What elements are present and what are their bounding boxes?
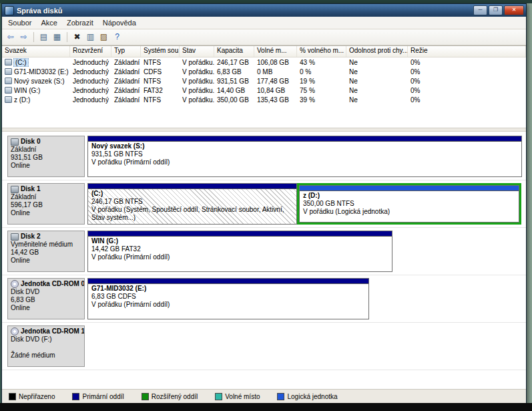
cell-rozvrzeni: Jednoduchý	[70, 57, 111, 67]
cell-stav: V pořádku...	[180, 57, 214, 67]
chart-icon[interactable]: ▨	[98, 31, 109, 43]
cell-odolnost: Ne	[346, 95, 408, 104]
volume-box-g71-mid3032-e[interactable]: G71-MID3032 (E:)6,83 GB CDFSV pořádku (P…	[87, 278, 369, 319]
column-header-re-ie[interactable]: Režie	[408, 46, 526, 57]
menu-n-pov-da[interactable]: Nápověda	[98, 17, 141, 28]
column-header-kapacita[interactable]: Kapacita	[214, 46, 254, 57]
taskbar[interactable]	[0, 403, 532, 411]
volume-box-win-g[interactable]: WIN (G:)14,42 GB FAT32V pořádku (Primárn…	[87, 231, 392, 272]
column-header-odolnost-proti-chy[interactable]: Odolnost proti chy...	[346, 46, 408, 57]
table-row[interactable]: Nový svazek (S:)JednoduchýZákladníNTFSV …	[2, 76, 526, 86]
disk-row-jednotka-cd-rom-0: Jednotka CD-ROM 0Disk DVD6,83 GBOnlineG7…	[2, 275, 526, 323]
volume-name-cell: G71-MID3032 (E:)	[2, 67, 70, 76]
disk-info-line: Disk DVD	[11, 288, 81, 296]
disk-info-box[interactable]: Jednotka CD-ROM 0Disk DVD6,83 GBOnline	[7, 278, 85, 319]
close-button[interactable]: ✕	[504, 5, 524, 15]
disk-volumes: WIN (G:)14,42 GB FAT32V pořádku (Primárn…	[87, 231, 392, 272]
help-icon[interactable]: ?	[111, 31, 123, 43]
toolbar-separator	[67, 32, 67, 42]
cell-volne: 106,08 GB	[254, 57, 297, 67]
disk-info-box[interactable]: Disk 0Základní931,51 GBOnline	[7, 136, 85, 177]
volume-box-nov-svazek-s[interactable]: Nový svazek (S:)931,51 GB NTFSV pořádku …	[87, 136, 522, 177]
titlebar[interactable]: Správa disků ─ ❐ ✕	[2, 4, 526, 17]
column-header-syst-m-sou[interactable]: Systém sou...	[141, 46, 180, 57]
disk-info-line: Základní	[11, 193, 81, 201]
column-header-voln-m[interactable]: Volné m...	[254, 46, 297, 57]
column-header-rozvr-en[interactable]: Rozvržení	[70, 46, 111, 57]
harddisk-icon	[11, 233, 19, 241]
forward-icon[interactable]: ⇨	[18, 31, 29, 43]
back-icon[interactable]: ⇦	[5, 31, 16, 43]
table-row[interactable]: (C:)JednoduchýZákladníNTFSV pořádku...24…	[2, 57, 526, 67]
disk-name-label: Disk 2	[21, 233, 40, 241]
volume-box-c[interactable]: (C:)246,17 GB NTFSV pořádku (Systém, Spo…	[87, 183, 297, 225]
column-header-typ[interactable]: Typ	[111, 46, 141, 57]
volume-color-band	[300, 186, 519, 191]
volume-body: (C:)246,17 GB NTFSV pořádku (Systém, Spo…	[88, 189, 296, 224]
cell-pct: 19 %	[297, 76, 346, 86]
menu-zobrazit[interactable]: Zobrazit	[62, 17, 98, 28]
disk-name: Jednotka CD-ROM 1	[11, 327, 81, 335]
maximize-button[interactable]: ❐	[489, 5, 503, 15]
cell-pct: 43 %	[297, 57, 346, 67]
disk-info-line: Online	[11, 209, 81, 217]
volume-box-z-d[interactable]: z (D:)350,00 GB NTFSV pořádku (Logická j…	[299, 185, 519, 223]
volume-label: Nový svazek (S:)	[91, 142, 518, 150]
harddisk-icon	[11, 186, 19, 193]
menu-soubor[interactable]: Soubor	[3, 17, 36, 28]
disk-name: Disk 1	[11, 185, 81, 193]
volume-status: V pořádku (Primární oddíl)	[91, 253, 388, 261]
table-row[interactable]: WIN (G:)JednoduchýZákladníFAT32V pořádku…	[2, 86, 526, 95]
table-row[interactable]: z (D:)JednoduchýZákladníNTFSV pořádku...…	[2, 95, 526, 104]
disk-info-line: 6,83 GB	[11, 296, 81, 304]
disk-row-disk-1: Disk 1Základní596,17 GBOnline(C:)246,17 …	[2, 180, 526, 228]
disk-info-box[interactable]: Disk 1Základní596,17 GBOnline	[7, 183, 85, 225]
disk-info-line: Online	[11, 304, 81, 312]
legend-label: Logická jednotka	[287, 393, 337, 400]
legend-color-swatch	[9, 393, 16, 400]
legend-label: Volné místo	[225, 393, 260, 400]
cell-fs: NTFS	[141, 76, 180, 86]
disk-name-label: Disk 1	[21, 185, 40, 193]
legend-color-swatch	[142, 393, 149, 400]
volume-size: 14,42 GB FAT32	[91, 245, 388, 253]
delete-icon[interactable]: ✖	[71, 31, 83, 43]
cell-volne: 135,43 GB	[254, 95, 297, 104]
legend-bar: NepřiřazenoPrimární oddílRozšířený oddíl…	[2, 389, 526, 403]
column-header-voln-ho-m[interactable]: % volného m...	[297, 46, 346, 57]
disk-info-box[interactable]: Jednotka CD-ROM 1Disk DVD (F:) Žádné méd…	[7, 325, 85, 367]
volume-status: V pořádku (Logická jednotka)	[303, 208, 515, 216]
legend-label: Nepřiřazeno	[19, 393, 55, 400]
minimize-button[interactable]: ─	[473, 5, 487, 15]
cell-rozvrzeni: Jednoduchý	[70, 95, 111, 104]
cell-volne: 177,48 GB	[254, 76, 297, 86]
disk-info-box[interactable]: Disk 2Vyměnitelné médium14,42 GBOnline	[7, 231, 85, 272]
volume-label: G71-MID3032 (E:)	[14, 68, 69, 76]
window-title: Správa disků	[17, 7, 473, 15]
cell-typ: Základní	[111, 95, 141, 104]
column-header-stav[interactable]: Stav	[180, 46, 214, 57]
disk-name-label: Disk 0	[21, 138, 40, 146]
cell-kapacita: 350,00 GB	[214, 95, 254, 104]
console-tree-icon[interactable]: ▤	[38, 31, 49, 43]
cell-typ: Základní	[111, 67, 141, 76]
properties-icon[interactable]: ▥	[85, 31, 96, 43]
column-header-svazek[interactable]: Svazek	[2, 46, 70, 57]
cell-rezie: 0%	[408, 95, 526, 104]
list-header: SvazekRozvrženíTypSystém sou...StavKapac…	[2, 46, 526, 57]
cell-rezie: 0%	[408, 57, 526, 67]
legend-item-nep-i-azeno: Nepřiřazeno	[9, 393, 55, 400]
legend-item-voln-m-sto: Volné místo	[215, 393, 260, 400]
volume-label: (C:)	[14, 59, 28, 66]
disk-row-disk-2: Disk 2Vyměnitelné médium14,42 GBOnlineWI…	[2, 228, 526, 275]
disk-info-line: 931,51 GB	[11, 154, 81, 162]
disk-row-disk-0: Disk 0Základní931,51 GBOnlineNový svazek…	[2, 133, 526, 180]
volume-label: Nový svazek (S:)	[14, 78, 65, 85]
desktop: Správa disků ─ ❐ ✕ SouborAkceZobrazitNáp…	[0, 0, 532, 411]
volume-icon	[5, 87, 12, 94]
export-list-icon[interactable]: ▦	[51, 31, 63, 43]
volume-size: 350,00 GB NTFS	[303, 200, 515, 208]
menu-akce[interactable]: Akce	[36, 17, 61, 28]
legend-item-prim-rn-odd-l: Primární oddíl	[72, 393, 123, 400]
table-row[interactable]: G71-MID3032 (E:)JednoduchýZákladníCDFSV …	[2, 67, 526, 76]
